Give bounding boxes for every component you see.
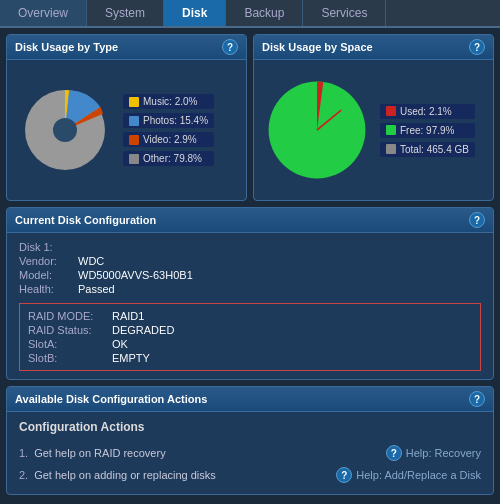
action-1-help: ? Help: Recovery [386, 445, 481, 461]
available-actions-panel: Available Disk Configuration Actions ? C… [6, 386, 494, 495]
disk-type-legend: Music: 2.0% Photos: 15.4% Video: 2.9% Ot… [123, 94, 214, 166]
action-item-2: 2. Get help on adding or replacing disks… [19, 464, 481, 486]
legend-music-dot [129, 97, 139, 107]
disk-config-panel: Current Disk Configuration ? Disk 1: Ven… [6, 207, 494, 380]
disk-config-help-icon[interactable]: ? [469, 212, 485, 228]
available-actions-title: Available Disk Configuration Actions [15, 393, 207, 405]
legend-photos: Photos: 15.4% [123, 113, 214, 128]
svg-point-1 [53, 118, 77, 142]
top-navigation: Overview System Disk Backup Services [0, 0, 500, 28]
action-2-help-icon[interactable]: ? [336, 467, 352, 483]
disk-usage-space-panel: Disk Usage by Space ? [253, 34, 494, 201]
disk-config-content: Disk 1: Vendor: WDC Model: WD5000AVVS-63… [7, 233, 493, 379]
action-item-1: 1. Get help on RAID recovery ? Help: Rec… [19, 442, 481, 464]
raid-slotb-row: SlotB: EMPTY [28, 352, 472, 364]
tab-disk[interactable]: Disk [164, 0, 226, 26]
disk-usage-space-content: Used: 2.1% Free: 97.9% Total: 465.4 GB [254, 60, 493, 200]
disk-info-list: Disk 1: Vendor: WDC Model: WD5000AVVS-63… [19, 241, 481, 295]
disk-type-chart [15, 80, 115, 180]
disk-usage-space-title: Disk Usage by Space [262, 41, 373, 53]
info-row-disk1: Disk 1: [19, 241, 481, 253]
legend-video-dot [129, 135, 139, 145]
disk-space-chart [262, 75, 372, 185]
disk-space-legend: Used: 2.1% Free: 97.9% Total: 465.4 GB [380, 104, 475, 157]
disk-usage-type-header: Disk Usage by Type ? [7, 35, 246, 60]
usage-panels-row: Disk Usage by Type ? [6, 34, 494, 201]
disk-config-header: Current Disk Configuration ? [7, 208, 493, 233]
tab-overview[interactable]: Overview [0, 0, 87, 26]
disk-usage-type-content: Music: 2.0% Photos: 15.4% Video: 2.9% Ot… [7, 60, 246, 200]
legend-other-dot [129, 154, 139, 164]
info-row-vendor: Vendor: WDC [19, 255, 481, 267]
tab-services[interactable]: Services [303, 0, 386, 26]
action-2-help: ? Help: Add/Replace a Disk [336, 467, 481, 483]
available-actions-help-icon[interactable]: ? [469, 391, 485, 407]
info-row-health: Health: Passed [19, 283, 481, 295]
disk-usage-space-help-icon[interactable]: ? [469, 39, 485, 55]
main-content: Disk Usage by Type ? [0, 28, 500, 504]
available-actions-header: Available Disk Configuration Actions ? [7, 387, 493, 412]
info-row-model: Model: WD5000AVVS-63H0B1 [19, 269, 481, 281]
actions-section-title: Configuration Actions [19, 420, 481, 434]
disk-usage-space-header: Disk Usage by Space ? [254, 35, 493, 60]
raid-status-row: RAID Status: DEGRADED [28, 324, 472, 336]
legend-total: Total: 465.4 GB [380, 142, 475, 157]
raid-slota-row: SlotA: OK [28, 338, 472, 350]
raid-mode-row: RAID MODE: RAID1 [28, 310, 472, 322]
disk-usage-type-panel: Disk Usage by Type ? [6, 34, 247, 201]
tab-backup[interactable]: Backup [226, 0, 303, 26]
raid-info-box: RAID MODE: RAID1 RAID Status: DEGRADED S… [19, 303, 481, 371]
tab-system[interactable]: System [87, 0, 164, 26]
disk-usage-type-title: Disk Usage by Type [15, 41, 118, 53]
disk-config-title: Current Disk Configuration [15, 214, 156, 226]
actions-content: Configuration Actions 1. Get help on RAI… [7, 412, 493, 494]
legend-used-dot [386, 106, 396, 116]
legend-total-dot [386, 144, 396, 154]
legend-free: Free: 97.9% [380, 123, 475, 138]
legend-used: Used: 2.1% [380, 104, 475, 119]
legend-music: Music: 2.0% [123, 94, 214, 109]
legend-photos-dot [129, 116, 139, 126]
legend-video: Video: 2.9% [123, 132, 214, 147]
disk-usage-type-help-icon[interactable]: ? [222, 39, 238, 55]
legend-other: Other: 79.8% [123, 151, 214, 166]
action-1-help-icon[interactable]: ? [386, 445, 402, 461]
legend-free-dot [386, 125, 396, 135]
